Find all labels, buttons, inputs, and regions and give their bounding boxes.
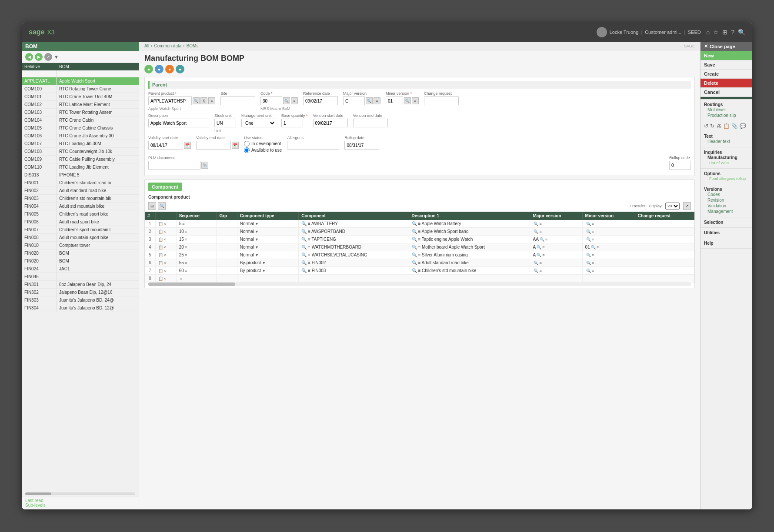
desc-icon2[interactable]: ≡ bbox=[418, 260, 420, 265]
major-detail-icon[interactable]: ≡ bbox=[539, 222, 541, 226]
breadcrumb-all[interactable]: All bbox=[144, 43, 149, 48]
major-detail-icon[interactable]: ≡ bbox=[542, 253, 544, 257]
row-edit-icon[interactable]: 📋 bbox=[158, 269, 163, 273]
major-detail-icon[interactable]: ≡ bbox=[542, 245, 544, 249]
list-item[interactable]: COM101 RTC Crane Tower Unit 40M bbox=[22, 93, 139, 101]
row-del-icon[interactable]: × bbox=[164, 269, 166, 273]
row-edit-icon[interactable]: 📋 bbox=[158, 222, 163, 226]
list-item[interactable]: FIN003 Children's std mountain bik bbox=[22, 195, 139, 203]
desc-icon2[interactable]: ≡ bbox=[418, 221, 420, 226]
list-item[interactable]: FIN002 Adult standard road bike bbox=[22, 187, 139, 195]
allergens-input[interactable] bbox=[287, 141, 339, 150]
minor-detail-icon[interactable]: ≡ bbox=[592, 229, 594, 234]
action-btn-3[interactable]: ● bbox=[165, 65, 174, 73]
row-del-icon[interactable]: × bbox=[164, 261, 166, 265]
home-icon[interactable]: ⌂ bbox=[706, 29, 710, 36]
new-btn[interactable]: New bbox=[701, 51, 752, 60]
list-item[interactable]: COM102 RTC Lattice Mast Element bbox=[22, 101, 139, 109]
desc-icon2[interactable]: ≡ bbox=[418, 268, 420, 273]
desc-icon1[interactable]: 🔍 bbox=[412, 221, 417, 226]
parent-product-copy-btn[interactable]: ⎘ bbox=[200, 97, 207, 104]
minor-version-input[interactable] bbox=[386, 96, 403, 105]
list-item[interactable]: FIN004 Adult std mountain bike bbox=[22, 203, 139, 210]
list-item[interactable]: COM104 RTC Crane Cabin bbox=[22, 116, 139, 124]
seq-icon[interactable]: ≡ bbox=[185, 253, 187, 257]
comment-icon[interactable]: 💬 bbox=[740, 123, 746, 129]
minor-detail-icon[interactable]: ≡ bbox=[597, 245, 599, 249]
action-btn-4[interactable]: ● bbox=[176, 65, 184, 73]
type-dropdown-icon[interactable]: ▼ bbox=[255, 222, 259, 226]
grid-icon[interactable]: ⊞ bbox=[722, 29, 727, 36]
reference-date-input[interactable] bbox=[303, 96, 338, 105]
list-item[interactable]: FIN046 bbox=[22, 273, 139, 281]
utilities-title[interactable]: Utilities bbox=[704, 230, 749, 235]
list-item[interactable]: FIN304 Juanita's Jalapeno BD, 12@ bbox=[22, 304, 139, 312]
list-item[interactable]: FIN008 Adult mountain-sport bike bbox=[22, 234, 139, 242]
list-item[interactable]: FIN024 JAC1 bbox=[22, 265, 139, 273]
row-edit-icon[interactable]: 📋 bbox=[158, 276, 163, 281]
desc-icon1[interactable]: 🔍 bbox=[412, 245, 417, 249]
parent-product-detail-btn[interactable]: ≡ bbox=[208, 97, 215, 104]
table-grid-btn[interactable]: ⊞ bbox=[148, 202, 156, 210]
create-btn[interactable]: Create bbox=[701, 70, 752, 79]
left-nav-prev[interactable]: ◀ bbox=[25, 53, 33, 61]
row-del-icon[interactable]: × bbox=[164, 245, 166, 249]
row-edit-icon[interactable]: 📋 bbox=[158, 237, 163, 242]
print-icon[interactable]: 🖨 bbox=[716, 123, 721, 129]
search-icon[interactable]: 🔍 bbox=[738, 29, 745, 36]
left-nav-next[interactable]: ▶ bbox=[35, 53, 43, 61]
minor-detail-icon[interactable]: ≡ bbox=[592, 237, 594, 242]
site-input[interactable] bbox=[220, 96, 255, 105]
options-title[interactable]: Options bbox=[704, 171, 749, 176]
row-del-icon[interactable]: × bbox=[164, 222, 166, 226]
type-dropdown-icon[interactable]: ▼ bbox=[255, 245, 259, 249]
comp-detail-icon[interactable]: ≡ bbox=[308, 221, 310, 226]
minor-detail-icon[interactable]: ≡ bbox=[592, 222, 594, 226]
list-item[interactable]: FIN303 Juanita's Jalapeno BD, 24@ bbox=[22, 296, 139, 304]
seq-icon[interactable]: ≡ bbox=[185, 261, 187, 265]
list-item[interactable]: COM106 RTC Crane Jib Assembly 30 bbox=[22, 132, 139, 140]
minor-search-icon[interactable]: 🔍 bbox=[586, 253, 591, 257]
row-del-icon[interactable]: × bbox=[164, 253, 166, 257]
table-row[interactable]: 6 📋 × 55≡ By-product▼ 🔍 ≡ FIN002 🔍 ≡ Adu… bbox=[145, 259, 694, 267]
row-del-icon[interactable]: × bbox=[164, 237, 166, 242]
validity-start-input[interactable] bbox=[148, 141, 183, 150]
filter-bom-input[interactable] bbox=[57, 70, 139, 77]
breadcrumb-common-data[interactable]: Common data bbox=[154, 43, 181, 48]
validity-end-input[interactable] bbox=[196, 141, 231, 150]
row-edit-icon[interactable]: 📋 bbox=[158, 245, 163, 249]
parent-product-input[interactable] bbox=[148, 96, 192, 105]
plm-document-btn[interactable]: 📎 bbox=[201, 162, 208, 169]
star-icon[interactable]: ☆ bbox=[713, 29, 719, 36]
table-row[interactable]: 4 📋 × 20≡ Normal▼ 🔍 ≡ WATCHMOTHERBOARD 🔍… bbox=[145, 243, 694, 251]
comp-search-icon[interactable]: 🔍 bbox=[301, 253, 307, 257]
list-item[interactable]: COM107 RTC Loading Jib 30M bbox=[22, 140, 139, 148]
minor-search-icon[interactable]: 🔍 bbox=[591, 245, 596, 249]
list-item[interactable]: FIN005 Children's road sport bike bbox=[22, 210, 139, 218]
minor-version-search-btn[interactable]: 🔍 bbox=[404, 97, 411, 104]
comp-search-icon[interactable]: 🔍 bbox=[301, 221, 307, 226]
action-btn-2[interactable]: ● bbox=[155, 65, 163, 73]
help-icon[interactable]: ? bbox=[731, 29, 734, 36]
save-btn[interactable]: Save bbox=[701, 60, 752, 70]
major-version-search-btn[interactable]: 🔍 bbox=[366, 97, 373, 104]
stock-unit-input[interactable] bbox=[214, 119, 236, 127]
minor-search-icon[interactable]: 🔍 bbox=[586, 237, 591, 242]
validation-btn[interactable]: Validation bbox=[704, 203, 749, 209]
codes-btn[interactable]: Codes bbox=[704, 192, 749, 197]
seq-icon[interactable]: ≡ bbox=[182, 222, 184, 226]
radio-in-development[interactable] bbox=[244, 141, 250, 146]
type-dropdown-icon[interactable]: ▼ bbox=[262, 269, 266, 273]
desc-icon1[interactable]: 🔍 bbox=[412, 260, 417, 265]
table-expand-btn[interactable]: ↗ bbox=[683, 202, 691, 210]
desc-icon2[interactable]: ≡ bbox=[418, 229, 420, 234]
major-detail-icon[interactable]: ≡ bbox=[539, 269, 541, 273]
major-search-icon[interactable]: 🔍 bbox=[534, 229, 538, 234]
breadcrumb-boms[interactable]: BOMs bbox=[187, 43, 199, 48]
code-search-btn[interactable]: 🔍 bbox=[283, 97, 290, 104]
comp-detail-icon[interactable]: ≡ bbox=[308, 260, 310, 265]
table-row[interactable]: 8 📋 × ≡ bbox=[145, 275, 694, 283]
list-of-wos-btn[interactable]: List of WOs bbox=[704, 160, 749, 166]
major-detail-icon[interactable]: ≡ bbox=[539, 229, 541, 234]
major-search-icon[interactable]: 🔍 bbox=[540, 237, 544, 242]
